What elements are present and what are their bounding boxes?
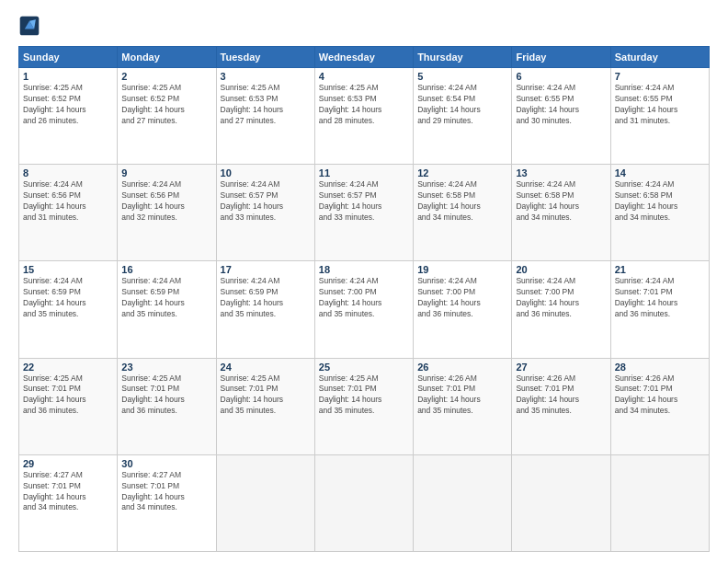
day-cell: 2Sunrise: 4:25 AM Sunset: 6:52 PM Daylig… [118, 68, 216, 165]
day-cell: 25Sunrise: 4:25 AM Sunset: 7:01 PM Dayli… [314, 358, 413, 454]
day-cell: 21Sunrise: 4:24 AM Sunset: 7:01 PM Dayli… [610, 261, 709, 358]
day-info: Sunrise: 4:24 AM Sunset: 6:54 PM Dayligh… [417, 83, 507, 127]
day-cell [512, 454, 610, 551]
day-cell: 13Sunrise: 4:24 AM Sunset: 6:58 PM Dayli… [512, 165, 610, 261]
day-info: Sunrise: 4:26 AM Sunset: 7:01 PM Dayligh… [516, 373, 606, 418]
day-number: 27 [516, 362, 606, 373]
day-cell [610, 454, 709, 551]
day-number: 6 [516, 71, 606, 82]
day-cell: 19Sunrise: 4:24 AM Sunset: 7:00 PM Dayli… [414, 261, 512, 358]
day-number: 30 [121, 458, 211, 469]
day-cell: 5Sunrise: 4:24 AM Sunset: 6:54 PM Daylig… [414, 68, 512, 165]
weekday-header-row: SundayMondayTuesdayWednesdayThursdayFrid… [19, 47, 710, 68]
day-number: 11 [319, 167, 409, 178]
day-number: 22 [23, 362, 113, 373]
day-cell: 23Sunrise: 4:25 AM Sunset: 7:01 PM Dayli… [118, 358, 216, 454]
day-cell: 20Sunrise: 4:24 AM Sunset: 7:00 PM Dayli… [512, 261, 610, 358]
day-cell: 28Sunrise: 4:26 AM Sunset: 7:01 PM Dayli… [610, 358, 709, 454]
weekday-thursday: Thursday [414, 47, 512, 68]
day-info: Sunrise: 4:25 AM Sunset: 6:53 PM Dayligh… [319, 83, 409, 127]
day-info: Sunrise: 4:27 AM Sunset: 7:01 PM Dayligh… [23, 470, 113, 514]
day-cell [314, 454, 413, 551]
day-cell: 29Sunrise: 4:27 AM Sunset: 7:01 PM Dayli… [19, 454, 118, 551]
day-info: Sunrise: 4:25 AM Sunset: 6:52 PM Dayligh… [121, 83, 211, 127]
day-cell: 9Sunrise: 4:24 AM Sunset: 6:56 PM Daylig… [118, 165, 216, 261]
day-info: Sunrise: 4:24 AM Sunset: 7:00 PM Dayligh… [319, 276, 409, 320]
weekday-sunday: Sunday [19, 47, 118, 68]
day-info: Sunrise: 4:24 AM Sunset: 6:58 PM Dayligh… [417, 179, 507, 224]
week-row-4: 22Sunrise: 4:25 AM Sunset: 7:01 PM Dayli… [19, 358, 710, 454]
day-number: 26 [417, 362, 507, 373]
day-info: Sunrise: 4:25 AM Sunset: 7:01 PM Dayligh… [319, 373, 409, 418]
week-row-5: 29Sunrise: 4:27 AM Sunset: 7:01 PM Dayli… [19, 454, 710, 551]
day-number: 19 [417, 264, 507, 275]
day-info: Sunrise: 4:25 AM Sunset: 6:52 PM Dayligh… [23, 83, 113, 127]
day-cell: 22Sunrise: 4:25 AM Sunset: 7:01 PM Dayli… [19, 358, 118, 454]
day-number: 29 [23, 458, 113, 469]
day-number: 25 [319, 362, 409, 373]
day-info: Sunrise: 4:24 AM Sunset: 6:58 PM Dayligh… [516, 179, 606, 224]
day-info: Sunrise: 4:26 AM Sunset: 7:01 PM Dayligh… [417, 373, 507, 418]
day-info: Sunrise: 4:27 AM Sunset: 7:01 PM Dayligh… [121, 470, 211, 514]
day-cell: 8Sunrise: 4:24 AM Sunset: 6:56 PM Daylig… [19, 165, 118, 261]
weekday-tuesday: Tuesday [216, 47, 314, 68]
header [18, 15, 710, 37]
day-info: Sunrise: 4:24 AM Sunset: 6:57 PM Dayligh… [221, 179, 311, 224]
page: SundayMondayTuesdayWednesdayThursdayFrid… [0, 0, 728, 563]
day-number: 2 [121, 71, 211, 82]
day-cell: 27Sunrise: 4:26 AM Sunset: 7:01 PM Dayli… [512, 358, 610, 454]
day-number: 24 [221, 362, 311, 373]
day-number: 21 [615, 264, 705, 275]
week-row-2: 8Sunrise: 4:24 AM Sunset: 6:56 PM Daylig… [19, 165, 710, 261]
day-info: Sunrise: 4:24 AM Sunset: 6:55 PM Dayligh… [615, 83, 705, 127]
day-cell: 7Sunrise: 4:24 AM Sunset: 6:55 PM Daylig… [610, 68, 709, 165]
weekday-monday: Monday [118, 47, 216, 68]
day-number: 13 [516, 167, 606, 178]
day-cell: 16Sunrise: 4:24 AM Sunset: 6:59 PM Dayli… [118, 261, 216, 358]
day-number: 10 [221, 167, 311, 178]
day-number: 14 [615, 167, 705, 178]
day-cell: 6Sunrise: 4:24 AM Sunset: 6:55 PM Daylig… [512, 68, 610, 165]
day-number: 9 [121, 167, 211, 178]
day-number: 23 [121, 362, 211, 373]
weekday-friday: Friday [512, 47, 610, 68]
day-info: Sunrise: 4:24 AM Sunset: 6:55 PM Dayligh… [516, 83, 606, 127]
day-info: Sunrise: 4:24 AM Sunset: 6:59 PM Dayligh… [23, 276, 113, 320]
day-info: Sunrise: 4:24 AM Sunset: 6:59 PM Dayligh… [121, 276, 211, 320]
day-number: 1 [23, 71, 113, 82]
day-cell: 11Sunrise: 4:24 AM Sunset: 6:57 PM Dayli… [314, 165, 413, 261]
day-info: Sunrise: 4:24 AM Sunset: 7:00 PM Dayligh… [516, 276, 606, 320]
day-info: Sunrise: 4:24 AM Sunset: 6:59 PM Dayligh… [221, 276, 311, 320]
day-number: 5 [417, 71, 507, 82]
day-number: 15 [23, 264, 113, 275]
calendar: SundayMondayTuesdayWednesdayThursdayFrid… [18, 46, 710, 552]
day-cell: 12Sunrise: 4:24 AM Sunset: 6:58 PM Dayli… [414, 165, 512, 261]
day-info: Sunrise: 4:24 AM Sunset: 6:58 PM Dayligh… [615, 179, 705, 224]
day-cell [216, 454, 314, 551]
weekday-saturday: Saturday [610, 47, 709, 68]
logo-icon [18, 15, 40, 37]
day-cell: 15Sunrise: 4:24 AM Sunset: 6:59 PM Dayli… [19, 261, 118, 358]
day-cell: 30Sunrise: 4:27 AM Sunset: 7:01 PM Dayli… [118, 454, 216, 551]
day-number: 12 [417, 167, 507, 178]
day-number: 4 [319, 71, 409, 82]
day-number: 7 [615, 71, 705, 82]
day-cell: 10Sunrise: 4:24 AM Sunset: 6:57 PM Dayli… [216, 165, 314, 261]
week-row-3: 15Sunrise: 4:24 AM Sunset: 6:59 PM Dayli… [19, 261, 710, 358]
day-number: 18 [319, 264, 409, 275]
day-info: Sunrise: 4:24 AM Sunset: 7:01 PM Dayligh… [615, 276, 705, 320]
day-cell: 3Sunrise: 4:25 AM Sunset: 6:53 PM Daylig… [216, 68, 314, 165]
day-info: Sunrise: 4:25 AM Sunset: 6:53 PM Dayligh… [221, 83, 311, 127]
day-info: Sunrise: 4:26 AM Sunset: 7:01 PM Dayligh… [615, 373, 705, 418]
day-number: 28 [615, 362, 705, 373]
day-info: Sunrise: 4:25 AM Sunset: 7:01 PM Dayligh… [221, 373, 311, 418]
day-number: 20 [516, 264, 606, 275]
day-cell: 17Sunrise: 4:24 AM Sunset: 6:59 PM Dayli… [216, 261, 314, 358]
day-number: 17 [221, 264, 311, 275]
day-cell: 26Sunrise: 4:26 AM Sunset: 7:01 PM Dayli… [414, 358, 512, 454]
day-info: Sunrise: 4:25 AM Sunset: 7:01 PM Dayligh… [121, 373, 211, 418]
day-info: Sunrise: 4:25 AM Sunset: 7:01 PM Dayligh… [23, 373, 113, 418]
day-number: 16 [121, 264, 211, 275]
day-cell [414, 454, 512, 551]
day-cell: 14Sunrise: 4:24 AM Sunset: 6:58 PM Dayli… [610, 165, 709, 261]
